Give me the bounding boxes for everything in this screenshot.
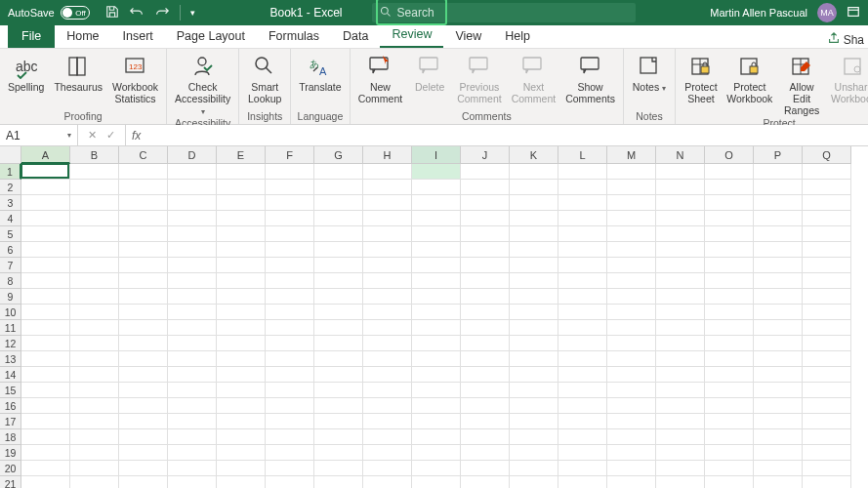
cell-J4[interactable] bbox=[461, 211, 510, 226]
cell-D16[interactable] bbox=[168, 398, 217, 414]
cell-K15[interactable] bbox=[510, 383, 558, 398]
cell-I18[interactable] bbox=[412, 429, 461, 445]
cell-C5[interactable] bbox=[119, 226, 168, 242]
cell-E7[interactable] bbox=[217, 258, 266, 273]
cell-O13[interactable] bbox=[705, 351, 754, 367]
cell-L13[interactable] bbox=[558, 351, 607, 367]
cell-N4[interactable] bbox=[656, 211, 705, 226]
cell-N13[interactable] bbox=[656, 351, 705, 367]
cell-P14[interactable] bbox=[754, 367, 803, 383]
cell-M9[interactable] bbox=[607, 289, 656, 305]
cell-I10[interactable] bbox=[412, 305, 461, 320]
col-header-E[interactable]: E bbox=[217, 146, 266, 164]
cell-M4[interactable] bbox=[607, 211, 656, 226]
cell-O7[interactable] bbox=[705, 258, 754, 273]
cell-A14[interactable] bbox=[21, 367, 70, 383]
row-header-21[interactable]: 21 bbox=[0, 476, 21, 488]
cell-C12[interactable] bbox=[119, 336, 168, 351]
cell-H16[interactable] bbox=[363, 398, 412, 414]
cell-N1[interactable] bbox=[656, 164, 705, 180]
cell-D3[interactable] bbox=[168, 195, 217, 211]
cell-O8[interactable] bbox=[705, 273, 754, 289]
cell-B10[interactable] bbox=[70, 305, 119, 320]
cell-F9[interactable] bbox=[266, 289, 314, 305]
cell-O17[interactable] bbox=[705, 414, 754, 429]
cell-K7[interactable] bbox=[510, 258, 558, 273]
cell-C11[interactable] bbox=[119, 320, 168, 336]
cell-E20[interactable] bbox=[217, 461, 266, 476]
cell-M2[interactable] bbox=[607, 180, 656, 195]
cell-D9[interactable] bbox=[168, 289, 217, 305]
cell-G6[interactable] bbox=[314, 242, 363, 258]
cell-O9[interactable] bbox=[705, 289, 754, 305]
row-header-15[interactable]: 15 bbox=[0, 383, 21, 398]
cell-A21[interactable] bbox=[21, 476, 70, 488]
cell-G17[interactable] bbox=[314, 414, 363, 429]
cell-N21[interactable] bbox=[656, 476, 705, 488]
cell-J8[interactable] bbox=[461, 273, 510, 289]
row-header-4[interactable]: 4 bbox=[0, 211, 21, 226]
cell-O18[interactable] bbox=[705, 429, 754, 445]
cell-Q17[interactable] bbox=[803, 414, 851, 429]
fx-icon[interactable]: fx bbox=[126, 129, 146, 142]
cell-B9[interactable] bbox=[70, 289, 119, 305]
cell-K8[interactable] bbox=[510, 273, 558, 289]
cell-J2[interactable] bbox=[461, 180, 510, 195]
cell-F17[interactable] bbox=[266, 414, 314, 429]
cell-B16[interactable] bbox=[70, 398, 119, 414]
cell-C19[interactable] bbox=[119, 445, 168, 461]
cell-E21[interactable] bbox=[217, 476, 266, 488]
cell-C8[interactable] bbox=[119, 273, 168, 289]
cell-Q5[interactable] bbox=[803, 226, 851, 242]
cell-L6[interactable] bbox=[558, 242, 607, 258]
cell-D20[interactable] bbox=[168, 461, 217, 476]
cell-L15[interactable] bbox=[558, 383, 607, 398]
cell-A12[interactable] bbox=[21, 336, 70, 351]
cell-Q18[interactable] bbox=[803, 429, 851, 445]
cell-G9[interactable] bbox=[314, 289, 363, 305]
cell-F5[interactable] bbox=[266, 226, 314, 242]
smart-lookup-button[interactable]: SmartLookup bbox=[243, 52, 286, 105]
user-name[interactable]: Martin Allen Pascual bbox=[710, 7, 807, 19]
cell-I16[interactable] bbox=[412, 398, 461, 414]
cell-L10[interactable] bbox=[558, 305, 607, 320]
cell-O21[interactable] bbox=[705, 476, 754, 488]
cell-C2[interactable] bbox=[119, 180, 168, 195]
cell-D6[interactable] bbox=[168, 242, 217, 258]
cell-D8[interactable] bbox=[168, 273, 217, 289]
tab-home[interactable]: Home bbox=[55, 25, 110, 48]
cell-D2[interactable] bbox=[168, 180, 217, 195]
cell-N2[interactable] bbox=[656, 180, 705, 195]
cell-J19[interactable] bbox=[461, 445, 510, 461]
cell-I17[interactable] bbox=[412, 414, 461, 429]
cell-B18[interactable] bbox=[70, 429, 119, 445]
cell-N6[interactable] bbox=[656, 242, 705, 258]
row-header-19[interactable]: 19 bbox=[0, 445, 21, 461]
cell-G15[interactable] bbox=[314, 383, 363, 398]
cell-N19[interactable] bbox=[656, 445, 705, 461]
cell-L21[interactable] bbox=[558, 476, 607, 488]
cell-L2[interactable] bbox=[558, 180, 607, 195]
cell-B3[interactable] bbox=[70, 195, 119, 211]
cell-D11[interactable] bbox=[168, 320, 217, 336]
cell-Q7[interactable] bbox=[803, 258, 851, 273]
tab-review[interactable]: Review bbox=[380, 23, 443, 48]
search-box[interactable] bbox=[372, 3, 636, 22]
cell-E11[interactable] bbox=[217, 320, 266, 336]
cell-N15[interactable] bbox=[656, 383, 705, 398]
cell-L8[interactable] bbox=[558, 273, 607, 289]
formula-input[interactable] bbox=[146, 125, 868, 145]
undo-icon[interactable] bbox=[129, 5, 145, 21]
cell-E4[interactable] bbox=[217, 211, 266, 226]
cell-G13[interactable] bbox=[314, 351, 363, 367]
cell-B19[interactable] bbox=[70, 445, 119, 461]
cell-M19[interactable] bbox=[607, 445, 656, 461]
cell-F19[interactable] bbox=[266, 445, 314, 461]
cell-M7[interactable] bbox=[607, 258, 656, 273]
protect-sheet-button[interactable]: ProtectSheet bbox=[680, 52, 723, 105]
cell-N9[interactable] bbox=[656, 289, 705, 305]
cell-I8[interactable] bbox=[412, 273, 461, 289]
cell-E17[interactable] bbox=[217, 414, 266, 429]
cell-P11[interactable] bbox=[754, 320, 803, 336]
cell-I14[interactable] bbox=[412, 367, 461, 383]
